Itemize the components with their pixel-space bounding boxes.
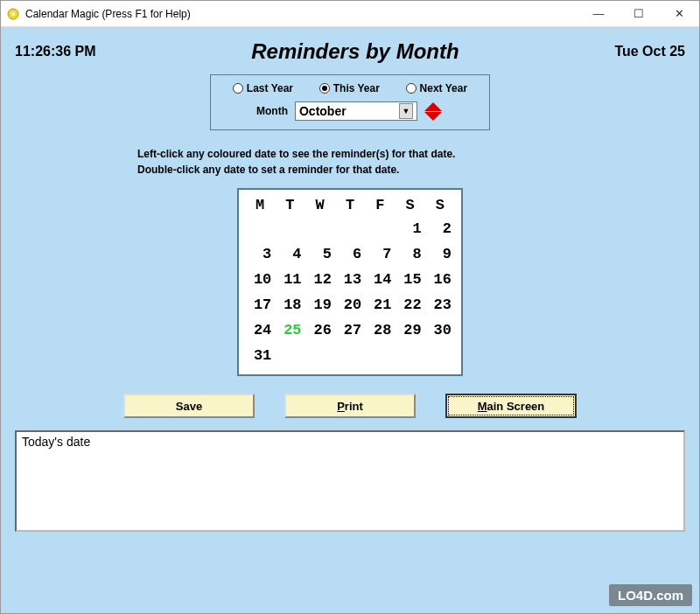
calendar-day-cell[interactable]: 30 (426, 318, 454, 342)
calendar-day-cell (336, 344, 364, 367)
radio-icon (319, 83, 330, 94)
year-month-panel: Last Year This Year Next Year Month Octo… (210, 74, 490, 130)
calendar-day-cell[interactable]: 31 (246, 344, 274, 367)
current-date-label: Tue Oct 25 (614, 44, 685, 59)
close-button[interactable]: ✕ (659, 1, 699, 26)
calendar-day-cell (396, 344, 424, 367)
calendar-day-cell[interactable]: 19 (306, 293, 334, 317)
calendar-day-cell (366, 217, 394, 241)
calendar-day-cell[interactable]: 2 (426, 217, 454, 241)
spinner-down-icon[interactable] (424, 112, 442, 121)
calendar-box: MTWTFSS123456789101112131415161718192021… (237, 188, 463, 376)
calendar-day-cell[interactable]: 17 (246, 293, 274, 317)
calendar-day-cell[interactable]: 15 (396, 268, 424, 291)
client-area: 11:26:36 PM Reminders by Month Tue Oct 2… (1, 27, 699, 613)
radio-this-year[interactable]: This Year (319, 82, 380, 94)
calendar-header-cell: M (246, 195, 274, 215)
clock-label: 11:26:36 PM (15, 44, 96, 59)
calendar-day-cell[interactable]: 23 (426, 293, 454, 317)
header-row: 11:26:36 PM Reminders by Month Tue Oct 2… (15, 39, 685, 64)
print-button[interactable]: Print (284, 394, 416, 418)
radio-icon (233, 83, 243, 94)
save-button[interactable]: Save (123, 394, 255, 418)
calendar-day-cell[interactable]: 12 (306, 268, 334, 291)
month-dropdown[interactable]: October ▼ (295, 101, 417, 121)
calendar-day-cell[interactable]: 22 (396, 293, 424, 317)
calendar-header-cell: F (366, 195, 394, 215)
radio-label: This Year (333, 82, 380, 94)
radio-next-year[interactable]: Next Year (406, 82, 468, 94)
radio-label: Next Year (420, 82, 468, 94)
radio-last-year[interactable]: Last Year (233, 82, 293, 94)
calendar-day-cell[interactable]: 9 (426, 242, 454, 266)
main-screen-button[interactable]: Main Screen (445, 394, 577, 418)
calendar-day-cell[interactable]: 28 (366, 318, 394, 342)
calendar-day-cell (276, 217, 304, 241)
calendar-grid: MTWTFSS123456789101112131415161718192021… (246, 195, 454, 367)
calendar-day-cell[interactable]: 24 (246, 318, 274, 342)
watermark: LO4D.com (609, 584, 692, 606)
calendar-day-cell (426, 344, 454, 367)
buttons-row: Save Print Main Screen (15, 394, 685, 418)
calendar-day-cell[interactable]: 8 (396, 242, 424, 266)
calendar-day-cell[interactable]: 4 (276, 242, 304, 266)
titlebar: Calendar Magic (Press F1 for Help) — ☐ ✕ (1, 1, 699, 27)
svg-point-1 (11, 11, 15, 15)
maximize-button[interactable]: ☐ (619, 1, 659, 26)
calendar-day-cell (306, 344, 334, 367)
calendar-day-cell (246, 217, 274, 241)
calendar-day-cell[interactable]: 21 (366, 293, 394, 317)
window-controls: — ☐ ✕ (578, 1, 699, 26)
calendar-day-cell[interactable]: 1 (396, 217, 424, 241)
calendar-day-cell[interactable]: 7 (366, 242, 394, 266)
calendar-day-cell[interactable]: 13 (336, 268, 364, 291)
calendar-header-cell: S (396, 195, 424, 215)
reminder-textarea[interactable]: Today's date (15, 430, 685, 532)
calendar-day-cell[interactable]: 10 (246, 268, 274, 291)
calendar-day-cell (306, 217, 334, 241)
year-radio-group: Last Year This Year Next Year (220, 82, 480, 94)
calendar-day-cell (276, 344, 304, 367)
radio-label: Last Year (247, 82, 293, 94)
calendar-day-cell[interactable]: 25 (276, 318, 304, 342)
reminder-text: Today's date (22, 435, 90, 449)
calendar-day-cell[interactable]: 20 (336, 293, 364, 317)
button-label: Save (176, 400, 202, 413)
app-window: Calendar Magic (Press F1 for Help) — ☐ ✕… (0, 0, 700, 614)
hint-line2: Double-click any date to set a reminder … (137, 164, 399, 176)
hint-text: Left-click any coloured date to see the … (137, 146, 685, 178)
chevron-down-icon: ▼ (399, 103, 413, 119)
calendar-day-cell[interactable]: 29 (396, 318, 424, 342)
spinner-up-icon[interactable] (424, 102, 442, 111)
app-icon (6, 7, 20, 21)
month-spinner (424, 102, 444, 121)
calendar-day-cell[interactable]: 5 (306, 242, 334, 266)
calendar-day-cell[interactable]: 18 (276, 293, 304, 317)
calendar-day-cell (336, 217, 364, 241)
calendar-header-cell: W (306, 195, 334, 215)
month-dropdown-value: October (299, 104, 346, 118)
month-row: Month October ▼ (220, 101, 480, 121)
calendar-header-cell: S (426, 195, 454, 215)
calendar-day-cell[interactable]: 26 (306, 318, 334, 342)
calendar-day-cell[interactable]: 27 (336, 318, 364, 342)
window-title: Calendar Magic (Press F1 for Help) (25, 8, 578, 20)
calendar-day-cell[interactable]: 6 (336, 242, 364, 266)
calendar-day-cell[interactable]: 14 (366, 268, 394, 291)
calendar-header-cell: T (276, 195, 304, 215)
month-label: Month (256, 105, 288, 117)
calendar-day-cell[interactable]: 3 (246, 242, 274, 266)
calendar-day-cell (366, 344, 394, 367)
calendar-day-cell[interactable]: 16 (426, 268, 454, 291)
page-title: Reminders by Month (96, 39, 615, 64)
calendar-day-cell[interactable]: 11 (276, 268, 304, 291)
hint-line1: Left-click any coloured date to see the … (137, 148, 455, 160)
minimize-button[interactable]: — (578, 1, 619, 26)
calendar-header-cell: T (336, 195, 364, 215)
radio-icon (406, 83, 416, 94)
